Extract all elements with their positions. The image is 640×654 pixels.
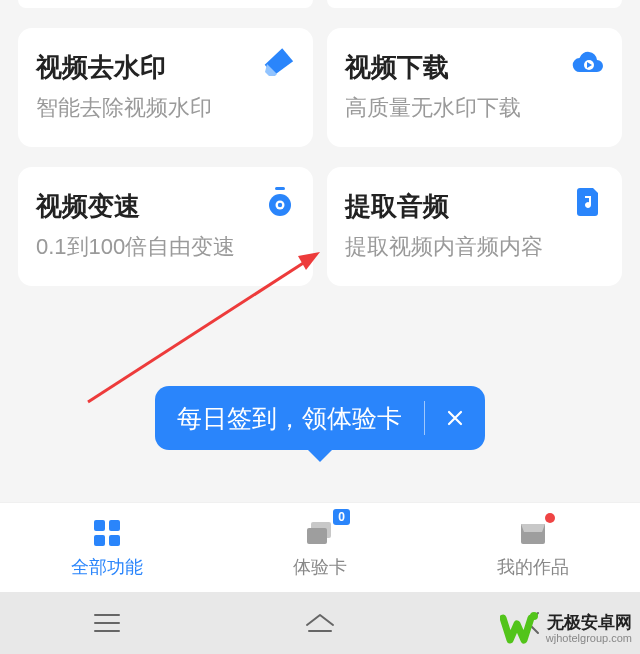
eraser-icon: [263, 46, 297, 80]
watermark-url: wjhotelgroup.com: [546, 632, 632, 644]
cards-icon: 0: [302, 517, 338, 549]
close-icon: [445, 408, 465, 428]
tooltip-text: 每日签到，领体验卡: [155, 402, 424, 435]
card-download-video[interactable]: 视频下载 高质量无水印下载: [327, 28, 622, 147]
tab-my-works[interactable]: 我的作品: [427, 503, 640, 592]
watermark-title: 无极安卓网: [546, 614, 632, 633]
stopwatch-icon: [263, 185, 297, 219]
watermark-logo-icon: [500, 610, 540, 648]
svg-rect-10: [109, 535, 120, 546]
card-title: 视频变速: [36, 189, 295, 224]
svg-rect-12: [307, 528, 327, 544]
card-remove-watermark[interactable]: 视频去水印 智能去除视频水印: [18, 28, 313, 147]
tooltip-close-button[interactable]: [425, 408, 485, 428]
card-title: 视频去水印: [36, 50, 295, 85]
checkin-tooltip: 每日签到，领体验卡: [155, 386, 485, 450]
card-extract-audio[interactable]: 提取音频 提取视频内音频内容: [327, 167, 622, 286]
tab-label: 体验卡: [293, 555, 347, 579]
home-icon: [303, 611, 337, 635]
tab-label: 我的作品: [497, 555, 569, 579]
bottom-tabbar: 全部功能 0 体验卡 我的作品: [0, 502, 640, 592]
svg-rect-7: [94, 520, 105, 531]
tab-experience-card[interactable]: 0 体验卡: [213, 503, 426, 592]
grid-icon: [89, 517, 125, 549]
svg-rect-8: [109, 520, 120, 531]
svg-rect-1: [275, 187, 285, 190]
card-subtitle: 智能去除视频水印: [36, 93, 295, 123]
placeholder-row: [18, 0, 622, 8]
audio-file-icon: [572, 185, 606, 219]
card-title: 提取音频: [345, 189, 604, 224]
card-title: 视频下载: [345, 50, 604, 85]
svg-point-17: [530, 612, 538, 620]
svg-point-4: [278, 203, 282, 207]
tooltip-pointer: [306, 448, 334, 462]
card-subtitle: 高质量无水印下载: [345, 93, 604, 123]
tab-label: 全部功能: [71, 555, 143, 579]
cloud-download-icon: [572, 46, 606, 80]
card-speed-change[interactable]: 视频变速 0.1到100倍自由变速: [18, 167, 313, 286]
card-subtitle: 0.1到100倍自由变速: [36, 232, 295, 262]
watermark: 无极安卓网 wjhotelgroup.com: [500, 610, 632, 648]
nav-recents-button[interactable]: [67, 601, 147, 645]
notification-dot: [545, 513, 555, 523]
tab-all-features[interactable]: 全部功能: [0, 503, 213, 592]
card-subtitle: 提取视频内音频内容: [345, 232, 604, 262]
svg-rect-9: [94, 535, 105, 546]
tab-badge: 0: [333, 509, 350, 525]
inbox-icon: [515, 517, 551, 549]
hamburger-icon: [92, 612, 122, 634]
nav-home-button[interactable]: [280, 601, 360, 645]
